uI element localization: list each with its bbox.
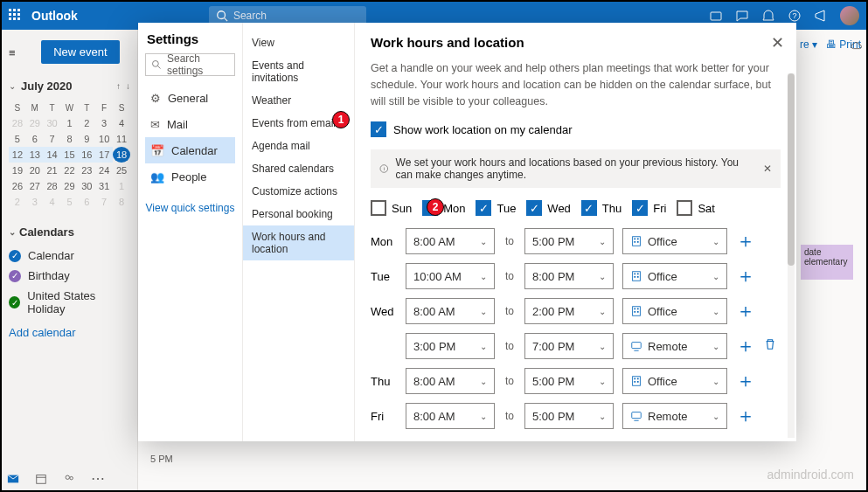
add-time-slot-button[interactable]: ＋ xyxy=(736,368,755,394)
share-button[interactable]: re ▾ xyxy=(800,38,817,51)
mini-cal-day[interactable]: 8 xyxy=(61,131,79,147)
settings-subcategory[interactable]: View xyxy=(243,31,354,54)
add-time-slot-button[interactable]: ＋ xyxy=(736,403,755,429)
mini-cal-day[interactable]: 17 xyxy=(95,147,113,163)
user-avatar[interactable] xyxy=(840,6,859,25)
scrollbar-thumb[interactable] xyxy=(788,73,795,266)
settings-category-general[interactable]: ⚙General xyxy=(145,85,235,111)
chevron-down-icon[interactable]: ⌄ xyxy=(9,81,16,91)
start-time-dropdown[interactable]: 8:00 AM⌄ xyxy=(406,298,495,324)
chevron-down-icon[interactable]: ⌄ xyxy=(9,227,16,237)
end-time-dropdown[interactable]: 7:00 PM⌄ xyxy=(524,333,614,359)
mini-cal-day[interactable]: 5 xyxy=(9,131,26,147)
settings-category-calendar[interactable]: 📅Calendar xyxy=(145,137,235,163)
calendar-event[interactable]: date elementary xyxy=(801,245,853,280)
location-dropdown[interactable]: Office⌄ xyxy=(622,228,727,254)
mini-cal-day[interactable]: 11 xyxy=(113,131,130,147)
announce-icon[interactable] xyxy=(814,9,828,23)
mini-cal-day[interactable]: 28 xyxy=(44,178,61,194)
mini-cal-day[interactable]: 6 xyxy=(78,194,95,210)
delete-time-slot-button[interactable] xyxy=(764,338,780,354)
show-location-checkbox[interactable]: ✓ xyxy=(371,121,386,137)
mini-cal-day[interactable]: 29 xyxy=(26,115,44,131)
workday-checkbox-thu[interactable]: ✓ xyxy=(581,200,597,216)
end-time-dropdown[interactable]: 5:00 PM⌄ xyxy=(524,228,614,254)
mini-cal-day[interactable]: 6 xyxy=(26,131,44,147)
mini-cal-day[interactable]: 29 xyxy=(61,178,79,194)
mini-cal-day[interactable]: 22 xyxy=(61,163,79,178)
mini-cal-day[interactable]: 25 xyxy=(113,163,130,178)
mini-cal-day[interactable]: 30 xyxy=(78,178,95,194)
hamburger-icon[interactable]: ≡ xyxy=(9,46,16,59)
workday-checkbox-sun[interactable] xyxy=(371,200,386,216)
mini-cal-day[interactable]: 26 xyxy=(9,178,26,194)
end-time-dropdown[interactable]: 5:00 PM⌄ xyxy=(524,368,614,394)
settings-subcategory[interactable]: Personal booking xyxy=(243,203,354,225)
add-time-slot-button[interactable]: ＋ xyxy=(736,263,755,289)
mini-cal-day[interactable]: 7 xyxy=(44,131,61,147)
add-time-slot-button[interactable]: ＋ xyxy=(736,333,755,359)
calendar-list-item[interactable]: ✓Calendar xyxy=(9,246,130,266)
mini-cal-day[interactable]: 2 xyxy=(78,115,95,131)
prev-month-icon[interactable]: ↑ xyxy=(116,81,121,91)
view-quick-settings-link[interactable]: View quick settings xyxy=(145,202,235,214)
mini-cal-day[interactable]: 5 xyxy=(61,194,79,210)
workday-checkbox-fri[interactable]: ✓ xyxy=(632,200,648,216)
start-time-dropdown[interactable]: 8:00 AM⌄ xyxy=(406,228,495,254)
mini-cal-day[interactable]: 14 xyxy=(44,147,61,163)
mini-cal-day[interactable]: 16 xyxy=(78,147,95,163)
settings-category-mail[interactable]: ✉Mail xyxy=(145,111,235,137)
mini-cal-day[interactable]: 12 xyxy=(9,147,26,163)
mini-cal-day[interactable]: 2 xyxy=(9,194,26,210)
start-time-dropdown[interactable]: 8:00 AM⌄ xyxy=(406,403,495,429)
mail-module-icon[interactable] xyxy=(7,473,19,485)
location-dropdown[interactable]: Remote⌄ xyxy=(622,333,727,359)
location-dropdown[interactable]: Office⌄ xyxy=(622,263,727,289)
mini-cal-day[interactable]: 3 xyxy=(95,115,113,131)
search-settings-input[interactable]: Search settings xyxy=(145,53,235,76)
settings-subcategory[interactable]: Weather xyxy=(243,89,354,112)
mini-cal-day[interactable]: 27 xyxy=(26,178,44,194)
mini-cal-day[interactable]: 18 xyxy=(113,147,130,163)
add-time-slot-button[interactable]: ＋ xyxy=(736,228,755,254)
mini-cal-day[interactable]: 3 xyxy=(26,194,44,210)
start-time-dropdown[interactable]: 8:00 AM⌄ xyxy=(406,368,495,394)
mini-cal-day[interactable]: 20 xyxy=(26,163,44,178)
mini-cal-day[interactable]: 9 xyxy=(78,131,95,147)
new-event-button[interactable]: New event xyxy=(41,40,119,64)
workday-checkbox-wed[interactable]: ✓ xyxy=(526,200,542,216)
workday-checkbox-tue[interactable]: ✓ xyxy=(476,200,491,216)
add-calendar-link[interactable]: Add calendar xyxy=(9,326,130,339)
mini-cal-day[interactable]: 23 xyxy=(78,163,95,178)
mini-cal-day[interactable]: 1 xyxy=(61,115,79,131)
mini-cal-day[interactable]: 15 xyxy=(61,147,79,163)
people-module-icon[interactable] xyxy=(63,473,75,485)
settings-subcategory[interactable]: Work hours and location xyxy=(243,225,354,260)
help-icon[interactable]: ? xyxy=(788,9,802,23)
settings-subcategory[interactable]: Agenda mail xyxy=(243,135,354,157)
calendar-list-item[interactable]: ✓Birthday xyxy=(9,266,130,286)
settings-subcategory[interactable]: Shared calendars xyxy=(243,157,354,180)
end-time-dropdown[interactable]: 2:00 PM⌄ xyxy=(524,298,614,324)
mini-cal-day[interactable]: 4 xyxy=(44,194,61,210)
mini-cal-day[interactable]: 28 xyxy=(9,115,26,131)
end-time-dropdown[interactable]: 8:00 PM⌄ xyxy=(524,263,614,289)
workday-checkbox-sat[interactable] xyxy=(677,200,692,216)
cloud-icon[interactable] xyxy=(851,40,863,52)
mini-cal-day[interactable]: 8 xyxy=(113,194,130,210)
settings-category-people[interactable]: 👥People xyxy=(145,163,235,190)
mini-calendar[interactable]: SMTWTFS282930123456789101112131415161718… xyxy=(9,100,130,210)
mini-cal-day[interactable]: 31 xyxy=(95,178,113,194)
more-modules-icon[interactable]: ⋯ xyxy=(91,470,105,487)
app-launcher-icon[interactable] xyxy=(9,9,23,23)
location-dropdown[interactable]: Office⌄ xyxy=(622,368,727,394)
mini-cal-day[interactable]: 24 xyxy=(95,163,113,178)
settings-subcategory[interactable]: Customize actions xyxy=(243,180,354,203)
start-time-dropdown[interactable]: 10:00 AM⌄ xyxy=(406,263,495,289)
mini-cal-day[interactable]: 21 xyxy=(44,163,61,178)
mini-cal-day[interactable]: 1 xyxy=(113,178,130,194)
teams-icon[interactable] xyxy=(709,9,723,23)
mini-cal-day[interactable]: 7 xyxy=(95,194,113,210)
location-dropdown[interactable]: Office⌄ xyxy=(622,298,727,324)
dismiss-info-icon[interactable]: ✕ xyxy=(763,163,772,175)
